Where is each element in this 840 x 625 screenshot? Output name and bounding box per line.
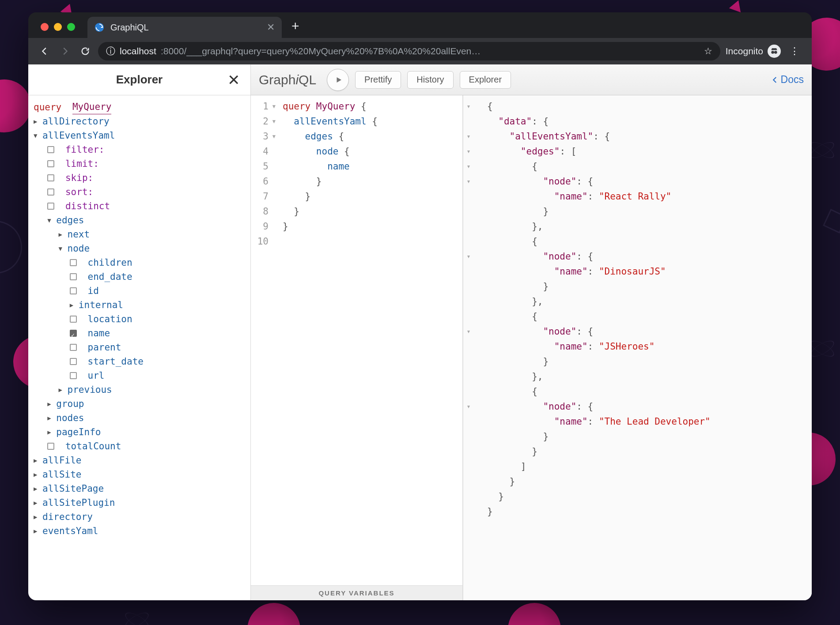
bookmark-star-icon[interactable]: ☆	[704, 46, 712, 56]
explorer-panel: Explorer ✕ query MyQuery▶allDirectory▼al…	[28, 64, 251, 600]
graphiql-toolbar: GraphiQL Prettify History Explorer Docs	[251, 64, 812, 95]
graphiql-main: GraphiQL Prettify History Explorer Docs …	[251, 64, 812, 600]
editor-result-panes: 1▼2▼3▼45678910 query MyQuery { allEvents…	[251, 95, 812, 600]
minimize-window-icon[interactable]	[54, 23, 62, 31]
incognito-label: Incognito	[726, 46, 763, 56]
svg-point-1	[771, 51, 774, 54]
explorer-close-icon[interactable]: ✕	[227, 71, 240, 89]
url-path: :8000/___graphql?query=query%20MyQuery%2…	[161, 46, 481, 56]
explorer-title: Explorer	[116, 73, 163, 87]
result-fold-gutter: ▾ ▾▾▾▾ ▾ ▾ ▾	[463, 95, 474, 523]
gatsby-favicon-icon	[95, 23, 104, 32]
maximize-window-icon[interactable]	[67, 23, 75, 31]
incognito-icon	[768, 45, 781, 58]
explorer-tree[interactable]: query MyQuery▶allDirectory▼allEventsYaml…	[28, 95, 250, 542]
explorer-header: Explorer ✕	[28, 64, 250, 95]
query-variables-bar[interactable]: QUERY VARIABLES	[251, 585, 462, 600]
history-button[interactable]: History	[407, 71, 453, 89]
docs-label: Docs	[781, 74, 804, 86]
docs-toggle[interactable]: Docs	[771, 74, 804, 86]
back-icon[interactable]	[37, 44, 52, 59]
address-bar-row: ⓘ localhost:8000/___graphql?query=query%…	[28, 38, 812, 64]
graphiql-logo: GraphiQL	[259, 72, 316, 87]
svg-point-2	[774, 51, 777, 54]
reload-icon[interactable]	[78, 44, 93, 59]
window-controls	[36, 23, 79, 38]
execute-button[interactable]	[327, 69, 349, 91]
result-json[interactable]: { "data": { "allEventsYaml": { "edges": …	[474, 95, 714, 523]
tab-strip: GraphiQL ✕ +	[28, 12, 812, 38]
close-tab-icon[interactable]: ✕	[267, 22, 275, 33]
close-window-icon[interactable]	[41, 23, 49, 31]
forward-icon	[57, 44, 72, 59]
browser-tab[interactable]: GraphiQL ✕	[87, 17, 282, 38]
new-tab-icon[interactable]: +	[291, 19, 299, 38]
browser-window: GraphiQL ✕ + ⓘ localhost:8000/___graphql…	[28, 12, 812, 600]
result-pane: ▾ ▾▾▾▾ ▾ ▾ ▾ { "data": { "allEventsYaml"…	[463, 95, 812, 600]
query-editor[interactable]: 1▼2▼3▼45678910 query MyQuery { allEvents…	[251, 95, 463, 600]
query-source[interactable]: query MyQuery { allEventsYaml { edges { …	[273, 99, 462, 585]
tab-title: GraphiQL	[110, 23, 149, 33]
site-info-icon[interactable]: ⓘ	[106, 45, 115, 57]
incognito-indicator: Incognito	[726, 45, 781, 58]
line-gutter: 1▼2▼3▼45678910	[251, 99, 273, 585]
address-bar[interactable]: ⓘ localhost:8000/___graphql?query=query%…	[98, 42, 720, 60]
browser-menu-icon[interactable]: ⋮	[786, 45, 803, 57]
page-content: Explorer ✕ query MyQuery▶allDirectory▼al…	[28, 64, 812, 600]
explorer-button[interactable]: Explorer	[460, 71, 511, 89]
prettify-button[interactable]: Prettify	[355, 71, 401, 89]
url-host: localhost	[120, 46, 156, 56]
